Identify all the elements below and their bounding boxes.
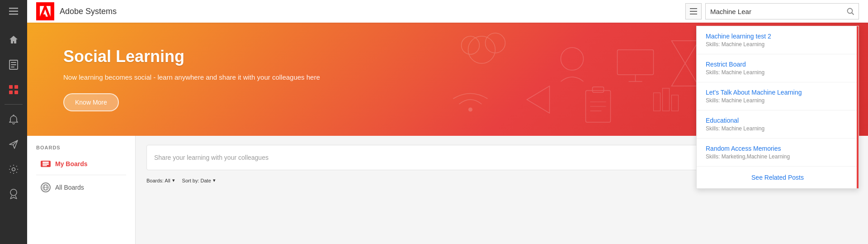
search-area: Machine learning test 2 Skills: Machine … xyxy=(685,3,859,19)
search-result-title-1: Restrict Board xyxy=(706,61,849,68)
search-result-title-0: Machine learning test 2 xyxy=(706,33,849,40)
catalog-nav-item[interactable] xyxy=(0,52,27,77)
svg-rect-45 xyxy=(42,162,49,163)
search-result-title-4: Random Access Memories xyxy=(706,145,849,152)
notifications-nav-item[interactable] xyxy=(0,107,27,132)
search-result-2[interactable]: Let's Talk About Machine Learning Skills… xyxy=(697,82,859,110)
boards-filter-label: Boards: All xyxy=(146,178,170,183)
svg-point-39 xyxy=(469,108,472,111)
svg-rect-9 xyxy=(9,91,13,94)
search-result-0[interactable]: Machine learning test 2 Skills: Machine … xyxy=(697,26,859,54)
svg-rect-6 xyxy=(11,67,14,67)
know-more-button[interactable]: Know More xyxy=(63,93,119,111)
search-dropdown: Machine learning test 2 Skills: Machine … xyxy=(696,26,859,189)
all-boards-icon xyxy=(41,182,51,192)
hamburger-menu[interactable] xyxy=(0,0,27,23)
search-input[interactable] xyxy=(706,4,842,19)
search-result-4[interactable]: Random Access Memories Skills: Marketing… xyxy=(697,139,859,167)
sort-filter-chevron: ▾ xyxy=(213,177,216,183)
sort-filter-dropdown[interactable]: Sort by: Date ▾ xyxy=(182,177,216,183)
svg-point-21 xyxy=(462,36,480,54)
svg-point-12 xyxy=(12,167,15,171)
boards-filter-chevron: ▾ xyxy=(172,177,175,183)
red-accent-bar xyxy=(857,26,859,188)
boards-filter-dropdown[interactable]: Boards: All ▾ xyxy=(146,177,175,183)
search-result-sub-4: Skills: Marketing,Machine Learning xyxy=(706,153,849,160)
top-header: Adobe Systems xyxy=(27,0,868,23)
svg-rect-7 xyxy=(9,85,13,89)
svg-rect-36 xyxy=(654,93,660,111)
svg-point-19 xyxy=(468,36,495,63)
adobe-logo xyxy=(36,2,54,20)
search-button[interactable] xyxy=(842,3,859,19)
svg-rect-47 xyxy=(42,165,47,166)
svg-rect-0 xyxy=(9,8,18,9)
search-result-sub-0: Skills: Machine Learning xyxy=(706,41,849,48)
svg-rect-16 xyxy=(690,14,697,14)
search-result-title-3: Educational xyxy=(706,117,849,124)
boards-nav-item[interactable] xyxy=(0,77,27,102)
boards-section-label: BOARDS xyxy=(36,145,126,150)
svg-rect-10 xyxy=(14,91,18,94)
svg-rect-5 xyxy=(11,64,16,65)
all-boards-label: All Boards xyxy=(55,184,84,191)
sidebar-nav xyxy=(0,23,27,206)
svg-rect-1 xyxy=(9,11,18,12)
my-boards-item[interactable]: My Boards xyxy=(36,157,126,171)
badge-nav-item[interactable] xyxy=(0,182,27,206)
svg-point-22 xyxy=(561,48,584,70)
svg-line-18 xyxy=(852,13,854,14)
svg-rect-38 xyxy=(672,95,679,111)
search-result-sub-2: Skills: Machine Learning xyxy=(706,97,849,104)
search-box xyxy=(705,3,859,19)
hero-subtitle: Now learning becomes social - learn anyw… xyxy=(63,72,320,83)
sort-filter-label: Sort by: Date xyxy=(182,178,211,183)
see-related-posts-link[interactable]: See Related Posts xyxy=(697,167,859,188)
send-nav-item[interactable] xyxy=(0,132,27,157)
search-menu-button[interactable] xyxy=(685,3,702,19)
search-result-sub-3: Skills: Machine Learning xyxy=(706,125,849,132)
my-boards-label: My Boards xyxy=(55,160,88,167)
main-content: Adobe Systems xyxy=(27,0,868,244)
search-result-sub-1: Skills: Machine Learning xyxy=(706,69,849,76)
hero-text: Social Learning Now learning becomes soc… xyxy=(63,47,320,112)
search-result-1[interactable]: Restrict Board Skills: Machine Learning xyxy=(697,54,859,82)
search-result-3[interactable]: Educational Skills: Machine Learning xyxy=(697,110,859,139)
svg-point-13 xyxy=(10,189,17,196)
search-result-title-2: Let's Talk About Machine Learning xyxy=(706,89,849,96)
left-sidebar xyxy=(0,0,27,244)
all-boards-item[interactable]: All Boards xyxy=(36,179,126,196)
svg-rect-8 xyxy=(14,85,18,89)
brand-name: Adobe Systems xyxy=(60,7,117,16)
svg-rect-2 xyxy=(9,14,18,15)
boards-sidebar: BOARDS My Boards xyxy=(27,136,136,244)
my-boards-icon xyxy=(41,161,51,167)
svg-rect-15 xyxy=(690,11,697,12)
settings-nav-item[interactable] xyxy=(0,157,27,182)
svg-rect-14 xyxy=(690,8,697,9)
svg-rect-37 xyxy=(663,88,670,111)
boards-separator xyxy=(36,175,126,175)
svg-rect-4 xyxy=(11,62,16,63)
home-nav-item[interactable] xyxy=(0,27,27,52)
svg-rect-46 xyxy=(42,163,49,165)
svg-rect-23 xyxy=(618,50,654,75)
sidebar-divider xyxy=(5,104,23,105)
svg-rect-41 xyxy=(593,87,604,92)
hero-title: Social Learning xyxy=(63,47,320,66)
